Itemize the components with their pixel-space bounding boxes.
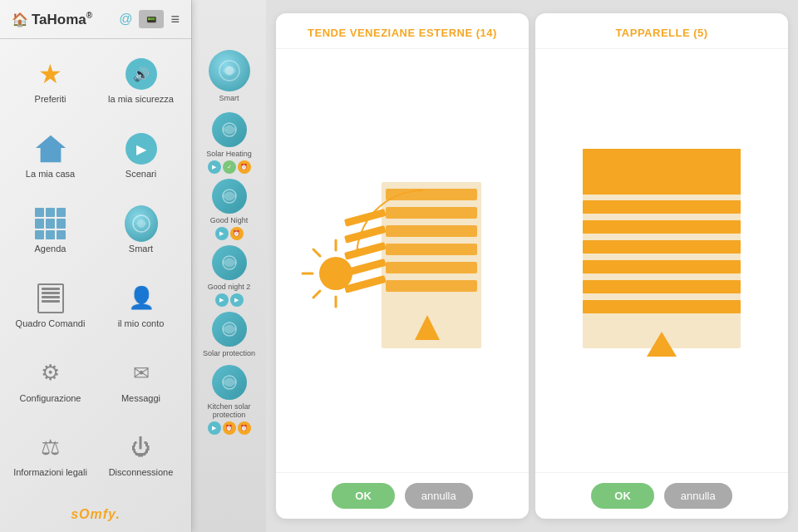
card-tapparelle-body	[535, 49, 788, 472]
card-venetian-body	[276, 49, 529, 472]
smart-label: Smart	[129, 244, 153, 254]
svg-marker-0	[35, 135, 65, 162]
good-night-2-actions: ▶ ▶	[215, 293, 244, 307]
play-icon-wrap: ▶	[125, 132, 158, 165]
svg-rect-30	[583, 149, 741, 195]
at-icon[interactable]: @	[119, 12, 132, 27]
somfy-logo: sOmfy.	[71, 507, 121, 522]
svg-rect-14	[386, 262, 477, 273]
svg-rect-15	[386, 280, 477, 292]
quadro-label: Quadro Comandi	[16, 318, 86, 329]
scenari-label: Scenari	[126, 169, 156, 180]
casa-label: La mia casa	[26, 169, 75, 180]
star-icon: ★	[38, 58, 62, 90]
power-icon: ⏻	[131, 436, 151, 459]
agenda-label: Agenda	[35, 244, 66, 254]
sidebar-item-smart[interactable]: Smart	[97, 195, 185, 267]
sidebar-item-preferiti[interactable]: ★ Preferiti	[7, 46, 94, 117]
sidebar-item-scenari[interactable]: ▶ Scenari	[97, 121, 185, 192]
svg-line-21	[313, 249, 320, 256]
venetian-ok-button[interactable]: OK	[332, 483, 395, 509]
card-venetian: TENDE VENEZIANE ESTERNE (14)	[276, 13, 529, 519]
svg-rect-12	[386, 225, 477, 237]
gear-icon: ⚙	[41, 360, 60, 386]
power-icon-wrap: ⏻	[125, 431, 158, 464]
svg-rect-32	[583, 220, 741, 234]
sidebar-item-disconnect[interactable]: ⏻ Disconnessione	[97, 419, 185, 490]
svg-rect-26	[344, 242, 387, 260]
messaggi-label: Messaggi	[121, 393, 160, 404]
star-icon-wrap: ★	[34, 57, 67, 91]
kitchen-actions: ▶ ⏰ ⏰	[208, 421, 251, 435]
scenario-kitchen[interactable]: Kitchen solar protection ▶ ⏰ ⏰	[194, 365, 264, 435]
action-icon-3: ⏰	[238, 160, 251, 174]
house-icon: 🏠	[12, 12, 28, 27]
scenario-smart-top[interactable]: Smart	[194, 50, 264, 102]
scenario-good-night[interactable]: Good Night ▶ ⏰	[194, 179, 264, 240]
scenario-good-night-2[interactable]: Good night 2 ▶ ▶	[194, 245, 264, 307]
main-content: TENDE VENEZIANE ESTERNE (14)	[266, 0, 798, 532]
doc-icon-wrap	[34, 282, 67, 315]
sidebar-item-info[interactable]: ⚖ Informazioni legali	[7, 419, 94, 490]
scenario-solar-heating[interactable]: Solar Heating ▶ ✓ ⏰	[194, 112, 264, 174]
tapparelle-cancel-button[interactable]: annulla	[664, 483, 732, 509]
action-icon-1: ▶	[208, 160, 221, 174]
device-icon: 📟	[139, 10, 164, 28]
person-icon-wrap: 👤	[125, 282, 158, 315]
scale-icon: ⚖	[41, 435, 60, 461]
speaker-icon: 🔊	[126, 58, 157, 90]
smart-icon	[125, 205, 158, 242]
svg-rect-13	[386, 244, 477, 255]
action-icon-2: ⏰	[223, 421, 236, 435]
sidebar-footer: sOmfy.	[0, 497, 191, 532]
sidebar-item-sicurezza[interactable]: 🔊 la mia sicurezza	[97, 46, 185, 117]
smart-icon-wrap	[125, 207, 158, 240]
scenario-solar-protection[interactable]: Solar protection	[194, 312, 264, 360]
smart-orb-top	[209, 50, 250, 91]
solar-heating-actions: ▶ ✓ ⏰	[208, 160, 251, 174]
action-icon-1: ▶	[215, 293, 229, 307]
menu-icon[interactable]: ≡	[170, 11, 180, 28]
smart-top-label: Smart	[219, 94, 239, 102]
scenario-kitchen-icon	[212, 365, 247, 400]
action-icon-2: ▶	[230, 293, 244, 307]
svg-rect-35	[583, 280, 741, 293]
grid-icon-wrap	[34, 207, 67, 240]
action-icon-2: ✓	[223, 160, 236, 174]
good-night-actions: ▶ ⏰	[215, 227, 244, 240]
svg-rect-33	[583, 240, 741, 254]
card-tapparelle-header: TAPPARELLE (5)	[535, 13, 788, 49]
preferiti-label: Preferiti	[35, 94, 66, 105]
card-venetian-footer: OK annulla	[276, 472, 529, 519]
solar-heating-label: Solar Heating	[206, 150, 252, 158]
sidebar-item-messaggi[interactable]: ✉ Messaggi	[97, 344, 185, 416]
sidebar-item-config[interactable]: ⚙ Configurazione	[7, 344, 94, 416]
scenario-solar-heating-icon	[212, 112, 247, 147]
sidebar-item-agenda[interactable]: Agenda	[7, 195, 94, 267]
house-nav-icon	[34, 131, 67, 166]
sidebar-item-casa[interactable]: La mia casa	[7, 121, 94, 192]
play-icon: ▶	[126, 133, 157, 165]
sidebar-item-quadro[interactable]: Quadro Comandi	[7, 269, 94, 341]
venetian-illustration	[290, 140, 515, 382]
tapparelle-ok-button[interactable]: OK	[591, 483, 654, 509]
solar-protection-label: Solar protection	[203, 349, 255, 357]
good-night-2-label: Good night 2	[208, 283, 251, 291]
action-icon-1: ▶	[208, 421, 221, 435]
card-venetian-title: TENDE VENEZIANE ESTERNE (14)	[308, 27, 497, 39]
sidebar-header: 🏠 TaHoma® @ 📟 ≡	[0, 0, 191, 39]
speaker-icon-wrap: 🔊	[125, 57, 158, 91]
sidebar-item-conto[interactable]: 👤 il mio conto	[97, 269, 185, 341]
scenario-good-night-2-icon	[212, 245, 247, 280]
action-icon-1: ▶	[215, 227, 229, 240]
venetian-cancel-button[interactable]: annulla	[405, 483, 473, 509]
card-venetian-header: TENDE VENEZIANE ESTERNE (14)	[276, 13, 529, 49]
sidebar-grid: ★ Preferiti 🔊 la mia sicurezza La mia ca…	[0, 39, 191, 497]
person-icon: 👤	[128, 285, 155, 311]
good-night-label: Good Night	[210, 216, 249, 224]
conto-label: il mio conto	[118, 318, 165, 329]
svg-rect-34	[583, 260, 741, 273]
svg-rect-31	[583, 200, 741, 214]
tahoma-logo: 🏠 TaHoma®	[12, 11, 92, 28]
kitchen-label: Kitchen solar protection	[194, 402, 264, 419]
